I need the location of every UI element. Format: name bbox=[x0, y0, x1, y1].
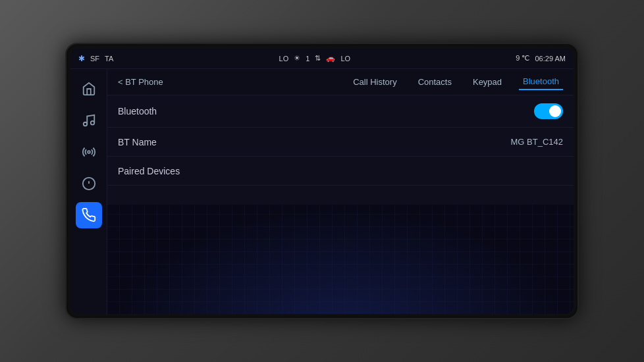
status-right: 9 ℃ 06:29 AM bbox=[516, 54, 566, 63]
temperature-label: 9 ℃ bbox=[516, 54, 529, 63]
back-button[interactable]: < BT Phone bbox=[118, 77, 163, 87]
paired-devices-row[interactable]: Paired Devices bbox=[107, 157, 574, 186]
ta-label: TA bbox=[105, 55, 113, 63]
car-surround: ✱ SF TA LO ☀ 1 ⇅ 🚗 LO 9 ℃ 06:29 AM bbox=[0, 0, 644, 362]
lo1-label: LO bbox=[279, 55, 289, 63]
settings-list: Bluetooth BT Name MG BT_C142 Paired Devi… bbox=[107, 95, 574, 205]
screen: ✱ SF TA LO ☀ 1 ⇅ 🚗 LO 9 ℃ 06:29 AM bbox=[70, 48, 574, 314]
background-visualization bbox=[107, 205, 574, 314]
sidebar-item-menu[interactable] bbox=[76, 170, 102, 197]
arrows-icon: ⇅ bbox=[315, 54, 321, 63]
svg-point-1 bbox=[90, 121, 94, 125]
tab-contacts[interactable]: Contacts bbox=[414, 74, 456, 90]
bluetooth-toggle-label: Bluetooth bbox=[118, 106, 534, 116]
nav-tabs: Call History Contacts Keypad Bluetooth bbox=[349, 74, 563, 90]
sidebar-item-home[interactable] bbox=[76, 76, 102, 102]
sidebar-item-phone[interactable] bbox=[76, 202, 102, 228]
bluetooth-toggle-row: Bluetooth bbox=[107, 95, 574, 128]
tab-call-history[interactable]: Call History bbox=[349, 74, 400, 90]
status-left: ✱ SF TA bbox=[78, 54, 113, 63]
screen-bezel: ✱ SF TA LO ☀ 1 ⇅ 🚗 LO 9 ℃ 06:29 AM bbox=[65, 43, 579, 319]
tab-keypad[interactable]: Keypad bbox=[469, 74, 506, 90]
status-bar: ✱ SF TA LO ☀ 1 ⇅ 🚗 LO 9 ℃ 06:29 AM bbox=[70, 48, 574, 69]
svg-point-0 bbox=[83, 122, 87, 126]
bluetooth-status-icon: ✱ bbox=[78, 54, 85, 63]
back-label: < BT Phone bbox=[118, 77, 163, 87]
top-nav: < BT Phone Call History Contacts Keypa bbox=[107, 69, 574, 95]
lo2-label: LO bbox=[340, 55, 350, 63]
sidebar bbox=[70, 69, 107, 314]
brightness-icon: ☀ bbox=[294, 54, 300, 63]
tab-bluetooth[interactable]: Bluetooth bbox=[519, 74, 563, 90]
time-label: 06:29 AM bbox=[535, 55, 566, 63]
svg-point-2 bbox=[88, 151, 90, 153]
main-content: < BT Phone Call History Contacts Keypa bbox=[70, 69, 574, 314]
sf-label: SF bbox=[90, 55, 99, 63]
bluetooth-toggle-switch[interactable] bbox=[534, 103, 563, 119]
car-icon: 🚗 bbox=[326, 54, 335, 63]
bt-name-row[interactable]: BT Name MG BT_C142 bbox=[107, 128, 574, 157]
status-center: LO ☀ 1 ⇅ 🚗 LO bbox=[279, 54, 351, 63]
paired-devices-label: Paired Devices bbox=[118, 166, 563, 176]
bt-name-label: BT Name bbox=[118, 137, 511, 147]
bt-name-value: MG BT_C142 bbox=[511, 137, 563, 147]
sidebar-item-music[interactable] bbox=[76, 107, 102, 134]
sidebar-item-radio[interactable] bbox=[76, 139, 102, 165]
signal-label: 1 bbox=[306, 55, 309, 63]
content-panel: < BT Phone Call History Contacts Keypa bbox=[107, 69, 574, 314]
